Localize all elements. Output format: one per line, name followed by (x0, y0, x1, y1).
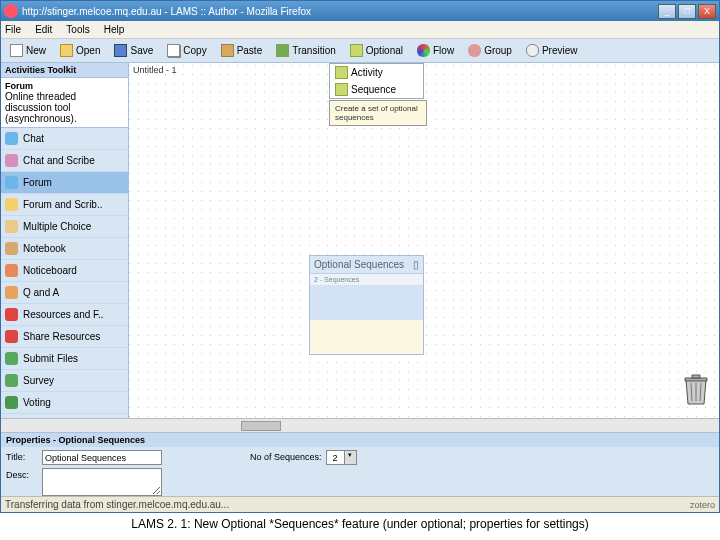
canvas[interactable]: Untitled - 1 Activity Sequence Create a … (129, 63, 719, 418)
tool-icon (5, 154, 18, 167)
trash-icon[interactable] (681, 372, 711, 406)
sidebar-item-label: Submit Files (23, 353, 78, 364)
selected-tool-name: Forum (5, 81, 33, 91)
close-button[interactable]: X (698, 4, 716, 19)
menu-tools[interactable]: Tools (66, 24, 89, 35)
noseq-value: 2 (327, 453, 344, 463)
tool-icon (5, 374, 18, 387)
sidebar-item-label: Chat (23, 133, 44, 144)
activity-icon (335, 66, 348, 79)
sidebar-item-label: Resources and F.. (23, 309, 104, 320)
tool-icon (5, 286, 18, 299)
copy-icon (167, 44, 180, 57)
new-icon (10, 44, 23, 57)
group-button[interactable]: Group (461, 41, 519, 61)
horizontal-scrollbar[interactable] (1, 418, 719, 432)
figure-caption: LAMS 2. 1: New Optional *Sequences* feat… (0, 513, 720, 535)
tool-icon (5, 330, 18, 343)
menubar: File Edit Tools Help (1, 21, 719, 39)
flow-button[interactable]: Flow (410, 41, 461, 61)
tool-icon (5, 220, 18, 233)
tool-icon (5, 198, 18, 211)
tool-icon (5, 264, 18, 277)
sidebar-item-submit-files[interactable]: Submit Files (1, 348, 128, 370)
main-area: Activities Toolkit Forum Online threaded… (1, 63, 719, 418)
sidebar-item-label: Noticeboard (23, 265, 77, 276)
optional-sequences-box[interactable]: Optional Sequences ▯ 2 - Sequences (309, 255, 424, 355)
new-button[interactable]: New (3, 41, 53, 61)
sidebar-item-label: Notebook (23, 243, 66, 254)
paste-icon (221, 44, 234, 57)
copy-button[interactable]: Copy (160, 41, 213, 61)
menu-help[interactable]: Help (104, 24, 125, 35)
sidebar-item-label: Forum (23, 177, 52, 188)
sidebar-item-label: Share Resources (23, 331, 100, 342)
title-input[interactable] (42, 450, 162, 465)
zotero-label[interactable]: zotero (690, 500, 715, 510)
sidebar-item-chat[interactable]: Chat (1, 128, 128, 150)
optional-button[interactable]: Optional (343, 41, 410, 61)
transition-button[interactable]: Transition (269, 41, 343, 61)
sidebar-item-notebook[interactable]: Notebook (1, 238, 128, 260)
scrollbar-thumb[interactable] (241, 421, 281, 431)
sidebar-item-share-resources[interactable]: Share Resources (1, 326, 128, 348)
status-text: Transferring data from stinger.melcoe.mq… (5, 499, 229, 510)
sidebar-item-label: Survey (23, 375, 54, 386)
sidebar-items: ChatChat and ScribeForumForum and Scrib.… (1, 128, 128, 418)
optional-dropdown: Activity Sequence (329, 63, 424, 99)
open-button[interactable]: Open (53, 41, 107, 61)
minimize-button[interactable]: _ (658, 4, 676, 19)
sidebar-item-label: Multiple Choice (23, 221, 91, 232)
save-button[interactable]: Save (107, 41, 160, 61)
app-window: http://stinger.melcoe.mq.edu.au - LAMS :… (0, 0, 720, 513)
properties-title: Properties - Optional Sequences (1, 433, 719, 447)
sidebar-item-label: Voting (23, 397, 51, 408)
menu-edit[interactable]: Edit (35, 24, 52, 35)
optional-sequence-item[interactable]: Sequence (330, 81, 423, 98)
window-title: http://stinger.melcoe.mq.edu.au - LAMS :… (22, 6, 658, 17)
sidebar: Activities Toolkit Forum Online threaded… (1, 63, 129, 418)
sidebar-item-voting[interactable]: Voting (1, 392, 128, 414)
optbox-handle-icon[interactable]: ▯ (413, 259, 419, 270)
save-icon (114, 44, 127, 57)
sidebar-item-label: Forum and Scrib.. (23, 199, 102, 210)
sidebar-item-label: Chat and Scribe (23, 155, 95, 166)
sidebar-item-forum-and-scrib-[interactable]: Forum and Scrib.. (1, 194, 128, 216)
maximize-button[interactable]: □ (678, 4, 696, 19)
transition-icon (276, 44, 289, 57)
desc-textarea[interactable] (42, 468, 162, 496)
selected-tool-desc: Online threaded discussion tool (asynchr… (5, 91, 77, 124)
sequence-icon (335, 83, 348, 96)
sequence-slot-2[interactable] (310, 320, 423, 354)
stepper-button[interactable]: ▾ (344, 451, 356, 464)
window-controls: _ □ X (658, 4, 716, 19)
noseq-stepper[interactable]: 2 ▾ (326, 450, 357, 465)
optional-icon (350, 44, 363, 57)
tool-icon (5, 176, 18, 189)
sidebar-item-survey[interactable]: Survey (1, 370, 128, 392)
tool-icon (5, 352, 18, 365)
sidebar-item-multiple-choice[interactable]: Multiple Choice (1, 216, 128, 238)
sidebar-item-noticeboard[interactable]: Noticeboard (1, 260, 128, 282)
paste-button[interactable]: Paste (214, 41, 270, 61)
canvas-title: Untitled - 1 (133, 65, 177, 75)
flow-icon (417, 44, 430, 57)
open-icon (60, 44, 73, 57)
tooltip: Create a set of optional sequences (329, 100, 427, 126)
tool-icon (5, 242, 18, 255)
menu-file[interactable]: File (5, 24, 21, 35)
tool-icon (5, 308, 18, 321)
optional-activity-item[interactable]: Activity (330, 64, 423, 81)
sequence-slot-1[interactable] (310, 286, 423, 320)
preview-icon (526, 44, 539, 57)
sidebar-item-forum[interactable]: Forum (1, 172, 128, 194)
sidebar-item-chat-and-scribe[interactable]: Chat and Scribe (1, 150, 128, 172)
desc-label: Desc: (6, 468, 38, 480)
sidebar-item-resources-and-f-[interactable]: Resources and F.. (1, 304, 128, 326)
sidebar-title: Activities Toolkit (1, 63, 128, 78)
titlebar: http://stinger.melcoe.mq.edu.au - LAMS :… (1, 1, 719, 21)
sidebar-item-q-and-a[interactable]: Q and A (1, 282, 128, 304)
properties-panel: Properties - Optional Sequences Title: D… (1, 432, 719, 496)
firefox-icon (4, 4, 18, 18)
preview-button[interactable]: Preview (519, 41, 585, 61)
